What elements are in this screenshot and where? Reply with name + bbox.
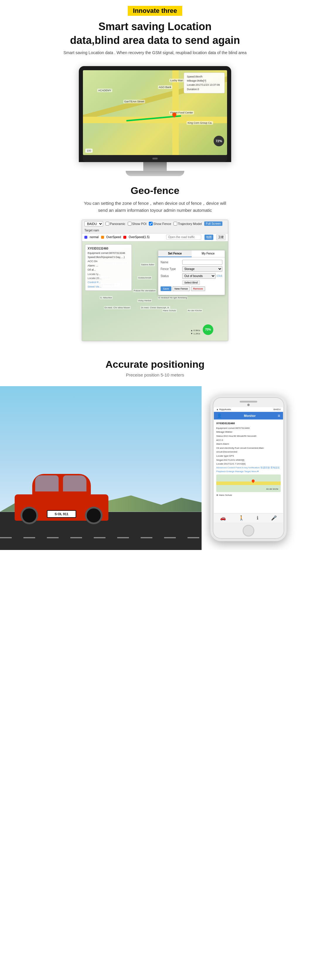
car-wheel-left	[21, 507, 38, 524]
phone-camera	[247, 404, 250, 406]
legend-overspeed15-label: OverSpeed(1.5)	[129, 235, 149, 239]
monitor-wrap: ACADEMY GanTEAm Street AGO Bank Lucky Ma…	[0, 66, 310, 176]
legend-overspeed-label: OverSpeed	[106, 235, 121, 239]
target-name-label: Target nam	[85, 229, 99, 232]
click-label[interactable]: Click	[217, 274, 223, 277]
car-window-right	[63, 476, 86, 492]
gf-street-3: S. Nitschke	[100, 296, 112, 299]
legend-overspeed15-dot	[123, 236, 126, 239]
monitor-stand-base	[126, 171, 184, 176]
map-zoom: 100	[85, 149, 93, 153]
phone-map-label: An der kirche	[266, 487, 278, 491]
car-road-line	[0, 537, 201, 538]
street-label-1: ACADEMY	[97, 89, 112, 92]
car-wheel-right	[85, 507, 102, 524]
map-info-panel: Speed:0km/h Mileage:0Mile[?] Locate:2017…	[184, 73, 225, 94]
phone-oil: Oil and electricity:Fuel circuit:Connect…	[216, 446, 281, 454]
panoramic-checkbox-label[interactable]: Panoramic	[105, 222, 125, 226]
geofence-toolbar: BAIDU Panoramic Show POI Show Fence Traj…	[82, 220, 228, 234]
fence-name-label: Name	[161, 261, 181, 264]
phone-wrap: ▲ RiglyAvaita BAIDU 👤 Monitor ≡ XY03D313…	[210, 395, 286, 541]
phone-map-road	[216, 482, 281, 485]
vehicle-popup: XY03D3132460 Equipment cornet:0870731324…	[85, 244, 132, 291]
geofence-map-background: Hartmut G oldschmidt Bistro As tra Quell…	[82, 241, 228, 341]
fence-tabs: Set Fence My Fence	[158, 250, 225, 258]
phone-bottom-nav: 🚗 🚶 ℹ 🎤	[214, 513, 283, 522]
phone-home-button[interactable]	[243, 525, 254, 536]
vehicle-equipment: Equipment cornet:08707313246	[88, 251, 129, 255]
vehicle-streetview[interactable]: Street Vie...	[88, 285, 129, 289]
monitor-stand-neck	[143, 162, 167, 171]
geofence-section: Geo-fence You can setting the zone of fe…	[0, 182, 310, 220]
gf-street-14: Hans Schulz	[162, 309, 177, 312]
fence-status-row: Status Out of bounds Click	[161, 273, 222, 279]
show-poi-checkbox[interactable]	[128, 222, 131, 226]
set-fence-dialog: Set Fence My Fence Name Fence Type Stora…	[158, 250, 225, 295]
map-provider-select[interactable]: BAIDU	[85, 221, 103, 226]
phone-equipment: Equipment cornet:08707313460	[216, 426, 281, 430]
monitor-power-button	[152, 158, 158, 159]
street-label-3: AGO Bank	[158, 86, 172, 89]
geofence-map: Hartmut G oldschmidt Bistro As tra Quell…	[82, 241, 228, 341]
car-window-left	[35, 476, 59, 492]
phone-nav-info[interactable]: ℹ	[257, 515, 259, 521]
trajectory-checkbox[interactable]	[173, 222, 177, 226]
trajectory-label[interactable]: Trajectory Model	[173, 222, 202, 226]
phone-device-id: XY03D3132460	[216, 421, 281, 426]
car-background: S·OL 911	[0, 386, 201, 550]
car-license-plate: S·OL 911	[47, 510, 76, 518]
show-poi-label[interactable]: Show POI	[128, 222, 147, 226]
tab-set-fence[interactable]: Set Fence	[158, 250, 192, 257]
gf-street-6: Goldschmidt	[137, 276, 152, 279]
fullscreen-button[interactable]: Full Screen	[204, 221, 223, 226]
phone-screen: ▲ RiglyAvaita BAIDU 👤 Monitor ≡ XY03D313…	[214, 407, 283, 522]
accurate-section: Accurate positioning Preceise position 5…	[0, 350, 310, 383]
vehicle-control[interactable]: Control P...	[88, 280, 129, 284]
open-road-traffic-input[interactable]	[166, 235, 201, 240]
phone-locate: Locate:2017/12/1 7:24:42[0]	[216, 462, 281, 466]
phone-nav-person[interactable]: 🚶	[238, 515, 244, 521]
map-background: ACADEMY GanTEAm Street AGO Bank Lucky Ma…	[83, 70, 227, 155]
phone-speaker	[240, 401, 257, 402]
satellite-btn[interactable]: 卫星	[216, 234, 225, 240]
phone-menu-icon[interactable]: ≡	[278, 414, 280, 418]
fence-save-btn[interactable]: Save	[161, 286, 171, 291]
baidu-btn[interactable]: 地图	[205, 235, 213, 240]
phone-signal: Singal:2017/12/21 b5303[t]	[216, 458, 281, 462]
innovate-section: Innovate three Smart saving Location dat…	[0, 0, 310, 63]
phone-locate-type: Locate type:GPS	[216, 454, 281, 458]
panoramic-checkbox[interactable]	[105, 222, 109, 226]
vehicle-locate2: Locate:20...	[88, 276, 129, 280]
phone-nav-car[interactable]: 🚗	[220, 515, 226, 521]
tab-my-fence[interactable]: My Fence	[192, 250, 225, 257]
car-silhouette: S·OL 911	[9, 468, 114, 521]
fence-action-row: Save New Fence Remove	[161, 286, 222, 291]
street-label-6: King Corn Group Ca.	[187, 121, 213, 125]
fence-type-select[interactable]: Storage	[182, 266, 222, 272]
fence-status-label: Status	[161, 274, 181, 278]
monitor-outer: ACADEMY GanTEAm Street AGO Bank Lucky Ma…	[79, 66, 231, 162]
fence-new-btn[interactable]: New Fence	[173, 286, 190, 291]
phone-playback[interactable]: Playback Enlarge Manage Target More▼	[216, 470, 281, 474]
gf-street-7: Polizei Re vierstation	[133, 289, 156, 292]
show-fence-checkbox[interactable]	[149, 222, 153, 226]
legend-overspeed-dot	[101, 236, 104, 239]
fence-type-row: Fence Type Storage	[161, 266, 222, 272]
fence-name-row: Name	[161, 260, 222, 265]
fence-status-select[interactable]: Out of bounds	[182, 273, 216, 279]
phone-person: ⊕ Hans Schulz	[216, 493, 281, 497]
phone-advanced[interactable]: Advanced Control Panel A key fortificati…	[216, 466, 281, 470]
phone-baidu-label: BAIDU	[274, 408, 281, 411]
phone-acc: ACC:0	[216, 438, 281, 442]
fence-remove-btn[interactable]: Remove	[191, 286, 205, 291]
fence-name-input[interactable]	[182, 260, 222, 265]
phone-nav-mic[interactable]: 🎤	[271, 515, 277, 521]
vehicle-locate: Locate ty...	[88, 272, 129, 276]
fence-type-label: Fence Type	[161, 267, 181, 270]
accurate-description: Preceise position 5-10 meters	[24, 372, 286, 377]
geofence-title: Geo-fence	[24, 185, 286, 196]
legend-normal-label: normal	[89, 235, 99, 239]
select-bind-btn[interactable]: Select Bind	[182, 280, 200, 285]
show-fence-label[interactable]: Show Fence	[149, 222, 171, 226]
geofence-description: You can setting the zone of fence，when d…	[24, 200, 286, 214]
